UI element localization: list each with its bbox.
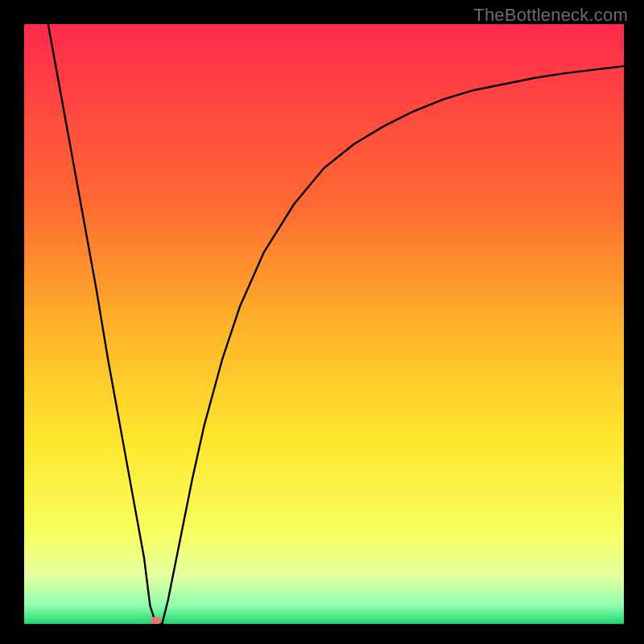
chart-svg <box>24 24 624 624</box>
chart-frame: TheBottleneck.com <box>0 0 644 644</box>
watermark-text: TheBottleneck.com <box>473 5 628 26</box>
gradient-background <box>24 24 624 624</box>
plot-area <box>24 24 624 624</box>
